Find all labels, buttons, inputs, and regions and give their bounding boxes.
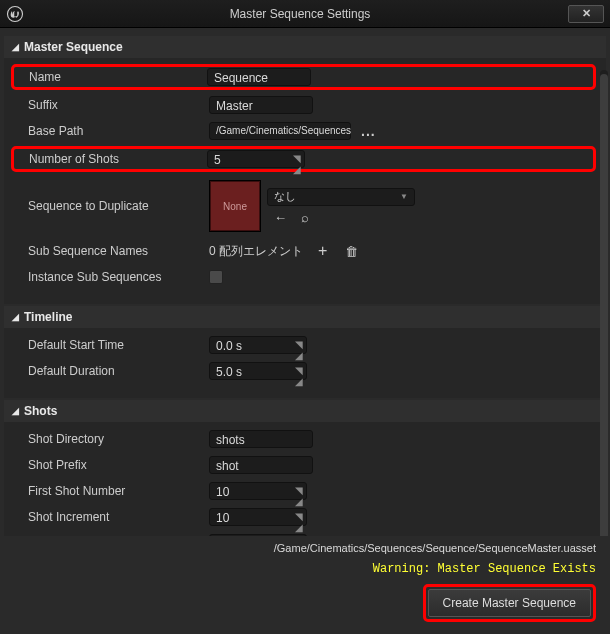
clear-array-icon[interactable]: 🗑 <box>342 244 361 259</box>
array-count: 0 配列エレメント <box>209 243 303 260</box>
label-sequence-to-duplicate: Sequence to Duplicate <box>14 199 209 213</box>
name-input[interactable]: Sequence <box>207 68 311 86</box>
titlebar: Master Sequence Settings ✕ <box>0 0 610 28</box>
output-path: /Game/Cinematics/Sequences/Sequence/Sequ… <box>14 542 596 554</box>
first-shot-number-input[interactable]: 10◥◢ <box>209 482 307 500</box>
section-title: Shots <box>24 404 57 418</box>
section-shots: ◢ Shots Shot Directory shots Shot Prefix… <box>4 400 606 536</box>
label-sub-sequence-names: Sub Sequence Names <box>14 244 209 258</box>
spinner-icon: ◥◢ <box>295 485 303 507</box>
suffix-input[interactable]: Master <box>209 96 313 114</box>
section-title: Timeline <box>24 310 72 324</box>
label-default-duration: Default Duration <box>14 364 209 378</box>
shot-prefix-input[interactable]: shot <box>209 456 313 474</box>
spinner-icon: ◥◢ <box>295 365 303 387</box>
label-shot-directory: Shot Directory <box>14 432 209 446</box>
scrollbar-thumb[interactable] <box>600 74 608 536</box>
label-name: Name <box>15 70 207 84</box>
shot-increment-input[interactable]: 10◥◢ <box>209 508 307 526</box>
label-suffix: Suffix <box>14 98 209 112</box>
section-header-timeline[interactable]: ◢ Timeline <box>4 306 606 328</box>
chevron-down-icon: ▼ <box>400 192 408 201</box>
default-start-time-input[interactable]: 0.0 s◥◢ <box>209 336 307 354</box>
add-element-icon[interactable]: + <box>315 242 330 260</box>
window: Master Sequence Settings ✕ ◢ Master Sequ… <box>0 0 610 634</box>
unreal-logo-icon <box>6 5 24 23</box>
svg-point-0 <box>8 6 23 21</box>
default-duration-input[interactable]: 5.0 s◥◢ <box>209 362 307 380</box>
collapse-arrow-icon: ◢ <box>12 312 20 322</box>
use-selected-icon[interactable]: ← <box>271 210 290 225</box>
label-first-shot-number: First Shot Number <box>14 484 209 498</box>
shot-num-digits-input[interactable]: 4◥◢ <box>209 534 307 536</box>
close-button[interactable]: ✕ <box>568 5 604 23</box>
collapse-arrow-icon: ◢ <box>12 42 20 52</box>
section-header-shots[interactable]: ◢ Shots <box>4 400 606 422</box>
spinner-icon: ◥◢ <box>295 339 303 361</box>
label-shot-increment: Shot Increment <box>14 510 209 524</box>
footer: /Game/Cinematics/Sequences/Sequence/Sequ… <box>0 536 610 634</box>
sequence-thumbnail[interactable]: None <box>209 180 261 232</box>
sequence-dropdown[interactable]: なし ▼ <box>267 188 415 206</box>
window-title: Master Sequence Settings <box>32 7 568 21</box>
collapse-arrow-icon: ◢ <box>12 406 20 416</box>
instance-sub-sequences-checkbox[interactable] <box>209 270 223 284</box>
scrollbar[interactable] <box>600 70 608 536</box>
spinner-icon: ◥◢ <box>293 153 301 175</box>
browse-path-button[interactable]: ... <box>361 123 376 139</box>
warning-text: Warning: Master Sequence Exists <box>14 562 596 576</box>
content-area: ◢ Master Sequence Name Sequence Suffix M… <box>0 28 610 536</box>
spinner-icon: ◥◢ <box>295 511 303 533</box>
create-master-sequence-button[interactable]: Create Master Sequence <box>428 589 591 617</box>
label-base-path: Base Path <box>14 124 209 138</box>
section-timeline: ◢ Timeline Default Start Time 0.0 s◥◢ De… <box>4 306 606 398</box>
label-instance-sub-sequences: Instance Sub Sequences <box>14 270 209 284</box>
base-path-input[interactable]: /Game/Cinematics/Sequences <box>209 122 351 140</box>
section-master-sequence: ◢ Master Sequence Name Sequence Suffix M… <box>4 36 606 304</box>
section-title: Master Sequence <box>24 40 123 54</box>
browse-icon[interactable]: ⌕ <box>298 210 312 225</box>
shot-directory-input[interactable]: shots <box>209 430 313 448</box>
label-default-start-time: Default Start Time <box>14 338 209 352</box>
section-header-master[interactable]: ◢ Master Sequence <box>4 36 606 58</box>
number-of-shots-input[interactable]: 5◥◢ <box>207 150 305 168</box>
dropdown-value: なし <box>274 189 296 204</box>
label-number-of-shots: Number of Shots <box>15 152 207 166</box>
label-shot-prefix: Shot Prefix <box>14 458 209 472</box>
